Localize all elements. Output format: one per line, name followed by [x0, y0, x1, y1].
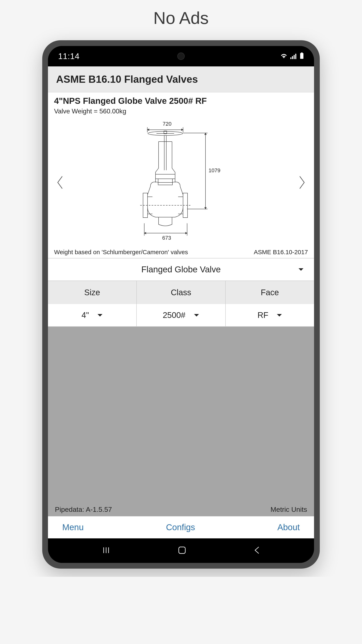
- chevron-right-icon: [298, 175, 306, 190]
- dim-height: 1079: [208, 167, 220, 174]
- recents-button[interactable]: [102, 546, 110, 555]
- svg-rect-2: [294, 55, 295, 59]
- menu-button[interactable]: Menu: [62, 522, 84, 532]
- status-footer: Pipedata: A-1.5.57 Metric Units: [48, 502, 314, 516]
- battery-icon: [300, 52, 304, 61]
- phone-inner: 11:14 ASME B16.10 Flanged Valves 4"NPS F…: [48, 46, 314, 563]
- phone-frame: 11:14 ASME B16.10 Flanged Valves 4"NPS F…: [42, 40, 320, 568]
- svg-rect-21: [156, 174, 175, 179]
- class-value: 2500#: [163, 310, 185, 320]
- face-value: RF: [258, 310, 268, 320]
- back-button[interactable]: [254, 546, 260, 556]
- svg-rect-3: [295, 54, 296, 59]
- size-select[interactable]: 4": [48, 304, 137, 326]
- app-body: ASME B16.10 Flanged Valves 4"NPS Flanged…: [48, 66, 314, 538]
- dim-top: 720: [163, 121, 172, 127]
- valve-weight: Valve Weight = 560.00kg: [54, 108, 308, 115]
- chevron-left-icon: [56, 175, 64, 190]
- chevron-down-icon: [194, 314, 199, 317]
- chevron-down-icon: [97, 314, 103, 317]
- camera-hole: [177, 52, 185, 60]
- bottom-nav: Menu Configs About: [48, 516, 314, 538]
- weight-footnote: Weight based on 'Schlumberger/Cameron' v…: [54, 249, 188, 256]
- param-headers: Size Class Face: [48, 281, 314, 304]
- face-select[interactable]: RF: [226, 304, 314, 326]
- svg-rect-33: [179, 547, 185, 554]
- chevron-down-icon: [277, 314, 282, 317]
- valve-card: 4"NPS Flanged Globe Valve 2500# RF Valve…: [48, 92, 314, 258]
- prev-button[interactable]: [54, 173, 66, 192]
- home-button[interactable]: [178, 546, 186, 556]
- svg-rect-1: [292, 56, 293, 59]
- signal-icon: [290, 52, 297, 61]
- page-title: ASME B16.10 Flanged Valves: [56, 73, 306, 85]
- svg-rect-0: [290, 58, 291, 59]
- spec-reference: ASME B16.10-2017: [254, 249, 308, 256]
- dim-base: 673: [162, 235, 171, 241]
- valve-title: 4"NPS Flanged Globe Valve 2500# RF: [54, 96, 308, 106]
- units-label: Metric Units: [271, 506, 307, 514]
- status-bar: 11:14: [48, 46, 314, 66]
- version-label: Pipedata: A-1.5.57: [55, 506, 112, 514]
- header-size: Size: [48, 281, 137, 304]
- android-nav-bar: [48, 538, 314, 563]
- app-header: ASME B16.10 Flanged Valves: [48, 66, 314, 92]
- param-values-row: 4" 2500# RF: [48, 304, 314, 327]
- valve-diagram: 720 1079 673: [126, 121, 236, 244]
- wifi-icon: [280, 52, 288, 61]
- status-icons: [280, 52, 304, 61]
- header-class: Class: [137, 281, 225, 304]
- promo-title: No Ads: [154, 8, 209, 28]
- header-face: Face: [226, 281, 314, 304]
- valve-type-select[interactable]: Flanged Globe Valve: [48, 258, 314, 281]
- class-select[interactable]: 2500#: [137, 304, 225, 326]
- svg-rect-22: [158, 179, 173, 185]
- size-value: 4": [81, 310, 89, 320]
- svg-rect-5: [300, 53, 303, 59]
- svg-rect-4: [301, 52, 303, 53]
- about-button[interactable]: About: [277, 522, 300, 532]
- configs-button[interactable]: Configs: [166, 522, 195, 532]
- status-time: 11:14: [58, 52, 80, 61]
- valve-type-value: Flanged Globe Valve: [141, 264, 221, 274]
- chevron-down-icon: [298, 268, 304, 271]
- next-button[interactable]: [296, 173, 308, 192]
- empty-area: [48, 327, 314, 502]
